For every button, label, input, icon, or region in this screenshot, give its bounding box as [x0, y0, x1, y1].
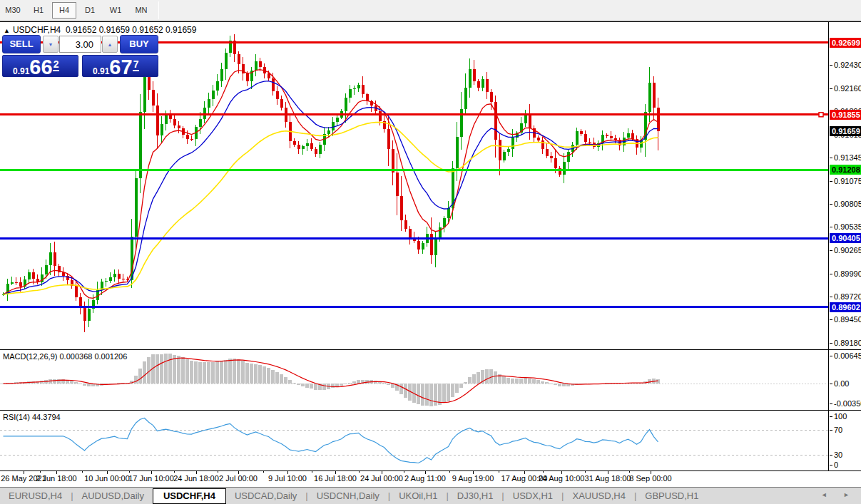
chart-tab-usdx[interactable]: USDX,H1	[504, 488, 561, 504]
sell-button[interactable]: SELL	[2, 35, 41, 53]
chart-tab-ukoil[interactable]: UKOil,H1	[390, 488, 446, 504]
tab-scroll-arrows[interactable]: ◄ ►	[821, 491, 857, 498]
time-tick-label: 2 Jun 18:00	[36, 474, 77, 483]
time-tick-minor	[499, 471, 499, 473]
timeframe-button-h1[interactable]: H1	[26, 2, 51, 19]
time-tick-label: 24 Aug 10:00	[539, 474, 585, 483]
time-tick-minor	[404, 471, 404, 473]
chart-tab-eurusd[interactable]: EURUSD,H4	[0, 488, 71, 504]
rsi-panel: RSI(14) 44.3794 10070300	[0, 411, 861, 471]
timeframe-button-d1[interactable]: D1	[78, 2, 102, 19]
price-tick: 0.89720	[830, 292, 861, 302]
hline-price-badge: 0.91208	[830, 165, 861, 175]
time-tick-minor	[312, 471, 312, 473]
chart-ohlc-values: 0.91652 0.91659 0.91652 0.91659	[66, 25, 197, 35]
time-tick-mark	[287, 471, 288, 474]
volume-increase-button[interactable]: ▲	[102, 36, 118, 53]
price-tick: 0.92430	[830, 61, 861, 70]
price-chart-panel: ▲USDCHF,H4 0.91652 0.91659 0.91652 0.916…	[0, 21, 861, 350]
time-tick-minor	[129, 471, 130, 473]
price-tick: 0.91345	[830, 153, 861, 163]
time-tick-mark	[196, 471, 197, 474]
time-tick-mark	[24, 471, 24, 474]
sell-price-pip: 2	[53, 58, 60, 71]
chart-tab-audusd[interactable]: AUDUSD,Daily	[73, 488, 153, 504]
rsi-axis: 10070300	[829, 411, 861, 470]
time-tick-label: 9 Aug 19:00	[452, 474, 494, 483]
macd-tick: 0.006451	[830, 351, 861, 361]
time-tick-mark	[335, 471, 336, 474]
time-tick-mark	[473, 471, 474, 474]
price-tick: 0.90265	[830, 246, 861, 255]
timeframe-toolbar: M30H1H4D1W1MN	[0, 0, 861, 21]
time-tick-mark	[524, 471, 525, 474]
hline-price-badge: 0.92699	[830, 38, 861, 48]
timeframe-button-m30[interactable]: M30	[1, 2, 25, 19]
rsi-tick: 30	[830, 451, 861, 460]
collapse-trade-panel-icon[interactable]: ▲	[4, 27, 10, 34]
price-axis[interactable]: 0.924300.921600.918900.916150.913450.910…	[829, 22, 861, 349]
macd-tick: 0.00	[830, 379, 861, 389]
hline-price-badge: 0.89602	[830, 302, 861, 312]
time-tick-mark	[382, 471, 382, 474]
hline-price-badge: 0.91855	[830, 110, 861, 120]
chart-symbol-label: USDCHF,H4	[13, 25, 61, 35]
time-tick-minor	[263, 471, 264, 473]
buy-price-base: 0.91	[93, 66, 109, 76]
rsi-tick: 70	[830, 426, 861, 435]
rsi-tick: 100	[830, 412, 861, 421]
buy-price-display[interactable]: 0.91677	[82, 55, 158, 77]
time-tick-mark	[151, 471, 152, 474]
time-tick-label: 2 Aug 11:00	[404, 474, 446, 483]
time-tick-mark	[107, 471, 108, 474]
time-tick-minor	[629, 471, 630, 473]
macd-panel: MACD(12,26,9) 0.000368 0.001206 0.006451…	[0, 350, 861, 411]
time-tick-label: 2 Jul 00:00	[219, 474, 258, 483]
price-tick: 0.90805	[830, 200, 861, 209]
time-tick-label: 17 Jun 10:00	[128, 474, 174, 483]
hline-price-badge: 0.90405	[830, 233, 861, 243]
chart-tab-bar: EURUSD,H4|AUDUSD,DailyUSDCHF,H4USDCAD,Da…	[0, 487, 861, 504]
chart-tab-usdcad[interactable]: USDCAD,Daily	[226, 488, 305, 504]
time-tick-minor	[585, 471, 586, 473]
volume-input[interactable]	[59, 36, 101, 53]
chart-window: ▲USDCHF,H4 0.91652 0.91659 0.91652 0.916…	[0, 21, 861, 487]
time-tick-minor	[174, 471, 175, 473]
buy-price-big: 67	[109, 56, 132, 77]
chart-tab-gbpusd[interactable]: GBPUSD,H1	[636, 488, 707, 504]
sell-price-base: 0.91	[13, 66, 29, 76]
chart-tab-xauusd[interactable]: XAUUSD,H4	[564, 488, 634, 504]
chart-tab-dj30[interactable]: DJ30,H1	[449, 488, 502, 504]
timeframe-button-mn[interactable]: MN	[129, 2, 153, 19]
rsi-plot-area[interactable]	[0, 411, 829, 470]
time-tick-minor	[40, 471, 41, 473]
macd-tick: -0.003507	[830, 399, 861, 408]
chart-tab-usdcnh[interactable]: USDCNH,Daily	[308, 488, 388, 504]
price-tick: 0.90535	[830, 222, 861, 232]
time-tick-label: 8 Sep 00:00	[629, 474, 671, 483]
timeframe-button-h4[interactable]: H4	[52, 2, 76, 19]
sell-price-display[interactable]: 0.91662	[2, 55, 78, 77]
buy-price-pip: 7	[133, 58, 140, 71]
volume-decrease-button[interactable]: ▼	[43, 36, 58, 53]
current-price-badge: 0.91659	[830, 126, 861, 136]
time-tick-label: 10 Jun 00:00	[84, 474, 130, 483]
price-tick: 0.92160	[830, 84, 861, 93]
time-tick-label: 16 Jul 18:00	[314, 474, 357, 483]
macd-values: 0.000368 0.001206	[59, 352, 127, 361]
time-tick-label: 24 Jun 18:00	[173, 474, 219, 483]
rsi-value: 44.3794	[32, 413, 61, 421]
time-tick-minor	[82, 471, 83, 473]
buy-button[interactable]: BUY	[120, 35, 158, 53]
rsi-tick: 0	[830, 461, 861, 470]
time-tick-mark	[56, 471, 57, 474]
time-axis[interactable]: 26 May 20212 Jun 18:0010 Jun 00:0017 Jun…	[0, 471, 861, 487]
macd-axis: 0.0064510.00-0.003507	[829, 350, 861, 410]
timeframe-button-w1[interactable]: W1	[103, 2, 128, 19]
price-tick: 0.91075	[830, 177, 861, 186]
time-tick-mark	[425, 471, 426, 474]
price-tick: 0.89450	[830, 315, 861, 324]
time-tick-label: 9 Jul 10:00	[268, 474, 307, 483]
chart-tab-usdchf[interactable]: USDCHF,H4	[153, 488, 226, 504]
toolbar-separator	[158, 1, 159, 19]
